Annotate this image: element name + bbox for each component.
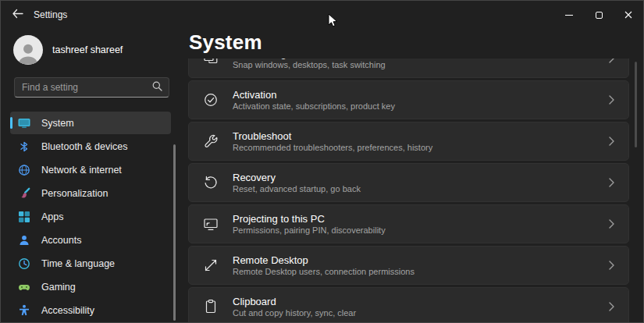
window-title: Settings bbox=[34, 9, 67, 20]
sidebar-item-accessibility[interactable]: Accessibility bbox=[10, 299, 171, 321]
sidebar-item-label: Time & language bbox=[41, 258, 115, 269]
sidebar-item-label: System bbox=[41, 118, 74, 129]
minimize-icon bbox=[565, 15, 573, 16]
sidebar: tashreef shareef System Bluetooth & devi… bbox=[1, 29, 182, 322]
sidebar-item-time-language[interactable]: Time & language bbox=[10, 252, 171, 275]
sidebar-item-label: Accounts bbox=[41, 235, 81, 246]
settings-row-activation[interactable]: Activation Activation state, subscriptio… bbox=[188, 80, 629, 119]
sidebar-item-network-internet[interactable]: Network & internet bbox=[10, 158, 171, 181]
settings-row-clipboard[interactable]: Clipboard Cut and copy history, sync, cl… bbox=[188, 287, 629, 322]
user-name: tashreef shareef bbox=[52, 44, 123, 55]
row-subtitle: Remote Desktop users, connection permiss… bbox=[233, 268, 415, 276]
back-icon bbox=[12, 8, 23, 22]
row-subtitle: Permissions, pairing PIN, discoverabilit… bbox=[233, 226, 386, 235]
recovery-icon bbox=[203, 175, 219, 190]
sidebar-item-personalization[interactable]: Personalization bbox=[10, 182, 171, 204]
row-subtitle: Activation state, subscriptions, product… bbox=[233, 102, 395, 111]
bluetooth-icon bbox=[18, 140, 30, 153]
sidebar-item-label: Network & internet bbox=[41, 165, 122, 176]
network-icon bbox=[18, 164, 30, 176]
sidebar-item-system[interactable]: System bbox=[10, 112, 171, 134]
avatar bbox=[13, 35, 43, 65]
row-title: Clipboard bbox=[233, 296, 356, 307]
troubleshoot-icon bbox=[203, 133, 219, 149]
chevron-right-icon bbox=[604, 216, 619, 232]
activation-icon bbox=[203, 92, 219, 108]
clipboard-icon bbox=[203, 299, 219, 314]
settings-row-multitasking[interactable]: Multitasking Snap windows, desktops, tas… bbox=[188, 59, 629, 78]
settings-row-troubleshoot[interactable]: Troubleshoot Recommended troubleshooters… bbox=[188, 122, 629, 161]
sidebar-item-accounts[interactable]: Accounts bbox=[10, 229, 171, 251]
settings-row-projecting[interactable]: Projecting to this PC Permissions, pairi… bbox=[188, 204, 629, 243]
close-icon bbox=[624, 8, 632, 22]
row-subtitle: Snap windows, desktops, task switching bbox=[233, 61, 386, 69]
row-subtitle: Cut and copy history, sync, clear bbox=[233, 309, 356, 318]
row-title: Recovery bbox=[233, 172, 361, 183]
page-title: System bbox=[189, 30, 262, 55]
sidebar-item-gaming[interactable]: Gaming bbox=[10, 275, 171, 298]
sidebar-item-label: Gaming bbox=[41, 282, 76, 293]
chevron-right-icon bbox=[604, 299, 619, 314]
remote-desktop-icon bbox=[203, 257, 219, 273]
apps-icon bbox=[18, 211, 30, 223]
chevron-right-icon bbox=[604, 175, 619, 190]
close-button[interactable] bbox=[614, 1, 643, 29]
sidebar-item-label: Bluetooth & devices bbox=[41, 141, 128, 152]
accessibility-icon bbox=[18, 304, 30, 317]
settings-window: { "titlebar": { "title": "Settings" }, "… bbox=[0, 0, 644, 323]
sidebar-scrollbar[interactable] bbox=[173, 144, 176, 321]
chevron-right-icon bbox=[604, 133, 619, 149]
row-subtitle: Reset, advanced startup, go back bbox=[233, 185, 361, 193]
search-input[interactable] bbox=[22, 82, 152, 93]
settings-row-remote-desktop[interactable]: Remote Desktop Remote Desktop users, con… bbox=[188, 246, 629, 285]
sidebar-item-apps[interactable]: Apps bbox=[10, 205, 171, 228]
row-title: Activation bbox=[233, 90, 395, 100]
window-controls bbox=[554, 1, 643, 29]
system-icon bbox=[18, 117, 30, 130]
settings-list: Multitasking Snap windows, desktops, tas… bbox=[188, 59, 629, 322]
chevron-right-icon bbox=[604, 257, 619, 273]
projecting-icon bbox=[203, 216, 219, 232]
chevron-right-icon bbox=[604, 92, 619, 108]
row-subtitle: Recommended troubleshooters, preferences… bbox=[233, 144, 432, 152]
user-profile: tashreef shareef bbox=[1, 29, 182, 65]
row-title: Troubleshoot bbox=[233, 131, 432, 141]
sidebar-item-bluetooth-devices[interactable]: Bluetooth & devices bbox=[10, 135, 171, 158]
titlebar: Settings bbox=[1, 1, 643, 29]
gaming-icon bbox=[18, 281, 30, 293]
sidebar-item-label: Personalization bbox=[41, 188, 108, 199]
sidebar-item-label: Accessibility bbox=[41, 305, 94, 316]
multitasking-icon bbox=[203, 59, 219, 66]
minimize-button[interactable] bbox=[554, 1, 584, 29]
personalization-icon bbox=[18, 187, 30, 200]
settings-row-recovery[interactable]: Recovery Reset, advanced startup, go bac… bbox=[188, 163, 629, 202]
accounts-icon bbox=[18, 234, 30, 247]
maximize-button[interactable] bbox=[584, 1, 614, 29]
row-title: Projecting to this PC bbox=[233, 214, 386, 224]
time-language-icon bbox=[18, 257, 30, 270]
chevron-right-icon bbox=[604, 59, 619, 66]
maximize-icon bbox=[596, 12, 603, 19]
search-box bbox=[14, 77, 169, 98]
sidebar-item-label: Apps bbox=[41, 211, 64, 222]
content-scrollbar[interactable] bbox=[635, 62, 637, 147]
search-icon bbox=[152, 80, 162, 94]
back-button[interactable] bbox=[1, 1, 34, 29]
row-title: Remote Desktop bbox=[233, 255, 415, 265]
sidebar-nav: System Bluetooth & devices Network & int… bbox=[1, 112, 182, 321]
